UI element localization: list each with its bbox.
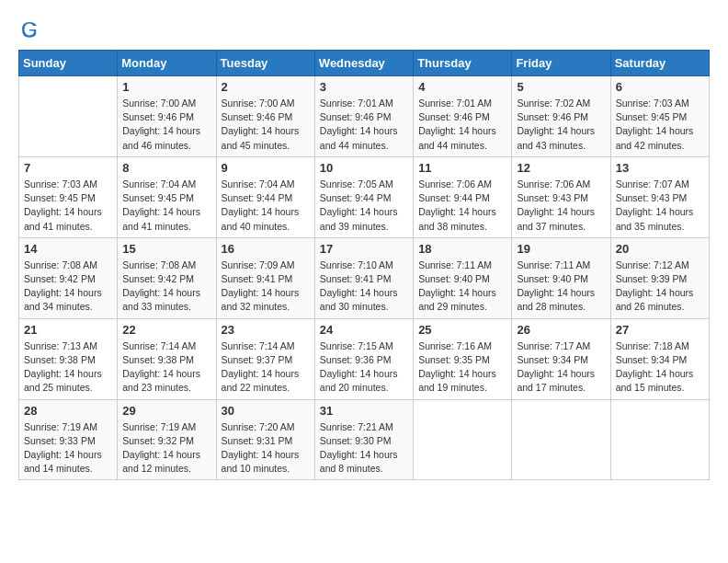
day-number: 25 [418,323,506,337]
day-info: Sunrise: 7:06 AM Sunset: 9:43 PM Dayligh… [517,178,605,234]
calendar-cell: 21Sunrise: 7:13 AM Sunset: 9:38 PM Dayli… [19,318,118,399]
day-info: Sunrise: 7:04 AM Sunset: 9:44 PM Dayligh… [222,178,310,234]
calendar-cell: 30Sunrise: 7:20 AM Sunset: 9:31 PM Dayli… [216,399,314,480]
calendar-cell: 16Sunrise: 7:09 AM Sunset: 9:41 PM Dayli… [216,237,314,318]
day-info: Sunrise: 7:09 AM Sunset: 9:41 PM Dayligh… [222,259,310,315]
day-info: Sunrise: 7:14 AM Sunset: 9:38 PM Dayligh… [122,339,210,396]
calendar-header-friday: Friday [512,51,610,76]
day-info: Sunrise: 7:07 AM Sunset: 9:43 PM Dayligh… [616,178,704,234]
calendar-week-row: 1Sunrise: 7:00 AM Sunset: 9:46 PM Daylig… [19,76,710,157]
day-number: 3 [320,80,408,94]
calendar-header-monday: Monday [118,51,216,76]
day-info: Sunrise: 7:14 AM Sunset: 9:37 PM Dayligh… [222,339,310,396]
day-number: 29 [122,404,210,418]
calendar-cell: 10Sunrise: 7:05 AM Sunset: 9:44 PM Dayli… [314,156,413,237]
day-info: Sunrise: 7:21 AM Sunset: 9:30 PM Dayligh… [320,420,408,477]
calendar-cell: 24Sunrise: 7:15 AM Sunset: 9:36 PM Dayli… [314,318,413,399]
day-number: 23 [222,323,310,337]
calendar-cell: 17Sunrise: 7:10 AM Sunset: 9:41 PM Dayli… [314,237,413,318]
calendar-header-thursday: Thursday [414,51,512,76]
calendar-cell: 25Sunrise: 7:16 AM Sunset: 9:35 PM Dayli… [414,318,512,399]
calendar-cell [610,399,709,480]
calendar-cell [19,76,118,157]
day-number: 14 [24,242,112,256]
day-number: 21 [24,323,112,337]
day-info: Sunrise: 7:08 AM Sunset: 9:42 PM Dayligh… [24,259,112,315]
calendar-cell [414,399,512,480]
day-info: Sunrise: 7:19 AM Sunset: 9:32 PM Dayligh… [122,420,210,477]
day-number: 12 [517,161,605,175]
calendar-header-row: SundayMondayTuesdayWednesdayThursdayFrid… [19,51,710,76]
calendar-cell: 11Sunrise: 7:06 AM Sunset: 9:44 PM Dayli… [414,156,512,237]
day-info: Sunrise: 7:05 AM Sunset: 9:44 PM Dayligh… [320,178,408,234]
calendar-cell: 4Sunrise: 7:01 AM Sunset: 9:46 PM Daylig… [414,76,512,157]
calendar-week-row: 14Sunrise: 7:08 AM Sunset: 9:42 PM Dayli… [19,237,710,318]
day-number: 26 [517,323,605,337]
logo [18,18,44,40]
calendar-cell: 2Sunrise: 7:00 AM Sunset: 9:46 PM Daylig… [216,76,314,157]
day-info: Sunrise: 7:00 AM Sunset: 9:46 PM Dayligh… [122,97,210,153]
day-info: Sunrise: 7:02 AM Sunset: 9:46 PM Dayligh… [517,97,605,153]
calendar-cell: 12Sunrise: 7:06 AM Sunset: 9:43 PM Dayli… [512,156,610,237]
logo-icon [18,18,40,40]
day-number: 19 [517,242,605,256]
day-info: Sunrise: 7:08 AM Sunset: 9:42 PM Dayligh… [122,259,210,315]
day-number: 15 [122,242,210,256]
day-number: 1 [122,80,210,94]
day-info: Sunrise: 7:00 AM Sunset: 9:46 PM Dayligh… [222,97,310,153]
day-info: Sunrise: 7:13 AM Sunset: 9:38 PM Dayligh… [24,339,112,396]
day-number: 7 [24,161,112,175]
calendar-cell: 19Sunrise: 7:11 AM Sunset: 9:40 PM Dayli… [512,237,610,318]
day-info: Sunrise: 7:17 AM Sunset: 9:34 PM Dayligh… [517,339,605,396]
day-number: 24 [320,323,408,337]
calendar-cell: 22Sunrise: 7:14 AM Sunset: 9:38 PM Dayli… [118,318,216,399]
calendar-cell: 14Sunrise: 7:08 AM Sunset: 9:42 PM Dayli… [19,237,118,318]
day-number: 27 [616,323,704,337]
day-info: Sunrise: 7:18 AM Sunset: 9:34 PM Dayligh… [616,339,704,396]
day-number: 30 [222,404,310,418]
calendar-cell [512,399,610,480]
day-info: Sunrise: 7:20 AM Sunset: 9:31 PM Dayligh… [222,420,310,477]
calendar-header-wednesday: Wednesday [314,51,413,76]
calendar-cell: 1Sunrise: 7:00 AM Sunset: 9:46 PM Daylig… [118,76,216,157]
day-info: Sunrise: 7:12 AM Sunset: 9:39 PM Dayligh… [616,259,704,315]
calendar-week-row: 7Sunrise: 7:03 AM Sunset: 9:45 PM Daylig… [19,156,710,237]
calendar-cell: 7Sunrise: 7:03 AM Sunset: 9:45 PM Daylig… [19,156,118,237]
calendar-header-sunday: Sunday [19,51,118,76]
calendar-table: SundayMondayTuesdayWednesdayThursdayFrid… [18,50,710,480]
day-number: 10 [320,161,408,175]
calendar-cell: 18Sunrise: 7:11 AM Sunset: 9:40 PM Dayli… [414,237,512,318]
calendar-cell: 5Sunrise: 7:02 AM Sunset: 9:46 PM Daylig… [512,76,610,157]
day-info: Sunrise: 7:03 AM Sunset: 9:45 PM Dayligh… [616,97,704,153]
calendar-cell: 3Sunrise: 7:01 AM Sunset: 9:46 PM Daylig… [314,76,413,157]
calendar-cell: 28Sunrise: 7:19 AM Sunset: 9:33 PM Dayli… [19,399,118,480]
day-number: 13 [616,161,704,175]
calendar-cell: 31Sunrise: 7:21 AM Sunset: 9:30 PM Dayli… [314,399,413,480]
day-number: 20 [616,242,704,256]
calendar-cell: 15Sunrise: 7:08 AM Sunset: 9:42 PM Dayli… [118,237,216,318]
day-info: Sunrise: 7:19 AM Sunset: 9:33 PM Dayligh… [24,420,112,477]
calendar-cell: 6Sunrise: 7:03 AM Sunset: 9:45 PM Daylig… [610,76,709,157]
calendar-cell: 8Sunrise: 7:04 AM Sunset: 9:45 PM Daylig… [118,156,216,237]
day-info: Sunrise: 7:16 AM Sunset: 9:35 PM Dayligh… [418,339,506,396]
day-info: Sunrise: 7:15 AM Sunset: 9:36 PM Dayligh… [320,339,408,396]
calendar-header-tuesday: Tuesday [216,51,314,76]
calendar-cell: 13Sunrise: 7:07 AM Sunset: 9:43 PM Dayli… [610,156,709,237]
page-header [18,18,710,40]
calendar-header-saturday: Saturday [610,51,709,76]
calendar-cell: 20Sunrise: 7:12 AM Sunset: 9:39 PM Dayli… [610,237,709,318]
day-info: Sunrise: 7:01 AM Sunset: 9:46 PM Dayligh… [418,97,506,153]
day-number: 18 [418,242,506,256]
calendar-cell: 26Sunrise: 7:17 AM Sunset: 9:34 PM Dayli… [512,318,610,399]
day-number: 2 [222,80,310,94]
day-info: Sunrise: 7:06 AM Sunset: 9:44 PM Dayligh… [418,178,506,234]
day-number: 28 [24,404,112,418]
day-number: 22 [122,323,210,337]
day-info: Sunrise: 7:01 AM Sunset: 9:46 PM Dayligh… [320,97,408,153]
day-number: 8 [122,161,210,175]
day-info: Sunrise: 7:11 AM Sunset: 9:40 PM Dayligh… [517,259,605,315]
day-number: 31 [320,404,408,418]
calendar-week-row: 21Sunrise: 7:13 AM Sunset: 9:38 PM Dayli… [19,318,710,399]
day-info: Sunrise: 7:03 AM Sunset: 9:45 PM Dayligh… [24,178,112,234]
day-number: 17 [320,242,408,256]
